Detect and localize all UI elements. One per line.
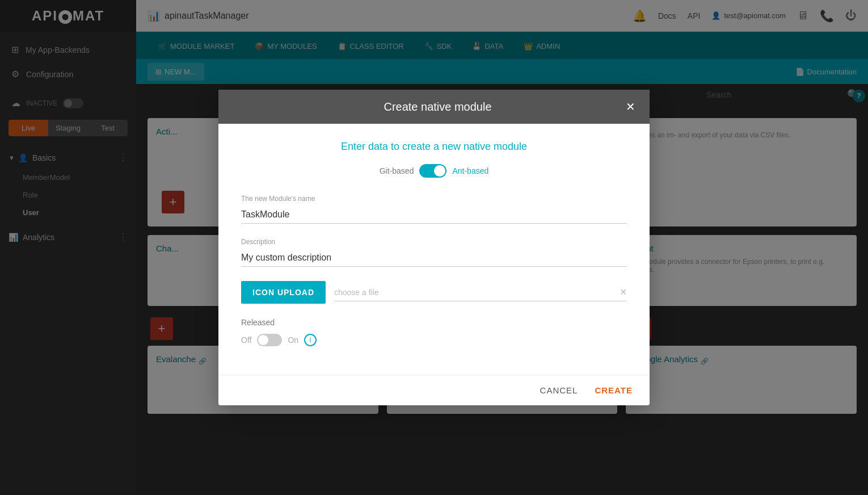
file-clear-button[interactable]: ✕ bbox=[620, 287, 627, 297]
module-name-group: The new Module's name bbox=[241, 195, 627, 224]
module-type-toggle[interactable] bbox=[419, 164, 446, 178]
module-type-toggle-row: Git-based Ant-based bbox=[241, 164, 627, 178]
modal-header: Create native module ✕ bbox=[218, 90, 650, 124]
modal-backdrop: Create native module ✕ Enter data to cre… bbox=[0, 0, 868, 495]
description-input[interactable] bbox=[241, 249, 627, 267]
modal-close-button[interactable]: ✕ bbox=[626, 100, 635, 114]
create-native-module-modal: Create native module ✕ Enter data to cre… bbox=[218, 90, 650, 405]
modal-body: Enter data to create a new native module… bbox=[218, 124, 650, 375]
icon-upload-row: ICON UPLOAD choose a file ✕ bbox=[241, 281, 627, 304]
file-placeholder: choose a file bbox=[334, 288, 379, 297]
released-info-icon[interactable]: i bbox=[304, 334, 317, 346]
modal-footer: CANCEL CREATE bbox=[218, 375, 650, 405]
cancel-button[interactable]: CANCEL bbox=[540, 385, 578, 395]
create-button[interactable]: CREATE bbox=[595, 385, 633, 395]
description-group: Description bbox=[241, 238, 627, 267]
module-name-input[interactable] bbox=[241, 206, 627, 224]
released-toggle[interactable] bbox=[257, 334, 282, 346]
file-input-area: choose a file ✕ bbox=[334, 283, 627, 301]
icon-upload-button[interactable]: ICON UPLOAD bbox=[241, 281, 326, 304]
released-toggle-row: Off On i bbox=[241, 334, 627, 346]
released-section: Released Off On i bbox=[241, 318, 627, 346]
